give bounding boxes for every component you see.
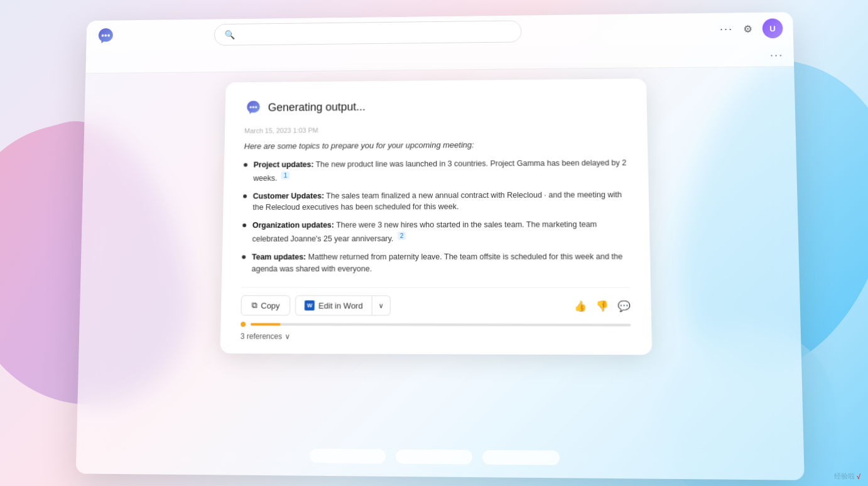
search-icon: 🔍 xyxy=(224,30,235,40)
copy-label: Copy xyxy=(261,301,279,310)
copy-icon: ⧉ xyxy=(251,301,257,311)
secondary-more-options[interactable]: ··· xyxy=(770,49,784,62)
bullet-dot xyxy=(242,224,246,227)
list-item: Customer Updates: The sales team finaliz… xyxy=(243,189,629,213)
references-link[interactable]: 3 references ∨ xyxy=(241,332,631,342)
references-label: 3 references xyxy=(241,332,283,341)
bullet-text-3: Organization updates: There were 3 new h… xyxy=(252,219,629,245)
settings-icon[interactable]: ⚙ xyxy=(743,23,752,35)
search-bar[interactable]: 🔍 xyxy=(214,20,521,45)
edit-word-label: Edit in Word xyxy=(318,301,363,310)
edit-word-button[interactable]: W Edit in Word xyxy=(295,296,372,316)
bottom-pill-2[interactable] xyxy=(396,450,472,465)
word-icon: W xyxy=(305,301,315,311)
bottom-pill-3[interactable] xyxy=(482,450,560,465)
bullet-text-2: Customer Updates: The sales team finaliz… xyxy=(252,189,629,213)
bullet-text-4: Team updates: Matthew returned from pate… xyxy=(251,251,629,274)
intro-text: Here are some topics to prepare you for … xyxy=(244,139,627,151)
progress-dot xyxy=(241,322,246,327)
edit-word-group: W Edit in Word ∨ xyxy=(295,296,391,316)
action-bar-right: 👍 👎 💬 xyxy=(574,300,631,312)
citation-2[interactable]: 2 xyxy=(398,232,406,240)
watermark-suffix: √ xyxy=(857,473,860,480)
list-item: Project updates: The new product line wa… xyxy=(243,157,628,184)
copy-button[interactable]: ⧉ Copy xyxy=(241,296,290,316)
watermark: 经验啦 √ xyxy=(834,472,860,481)
copilot-logo-icon xyxy=(96,26,116,46)
citation-1[interactable]: 1 xyxy=(281,171,290,180)
thumbs-up-icon[interactable]: 👍 xyxy=(574,300,587,312)
bullet-dot xyxy=(242,255,246,259)
bullet-list: Project updates: The new product line wa… xyxy=(242,157,630,274)
bullet-label-2: Customer Updates: xyxy=(253,192,324,200)
bullet-dot xyxy=(243,194,247,198)
references-chevron: ∨ xyxy=(285,332,290,341)
references-row: 3 references ∨ xyxy=(241,332,631,342)
bullet-dot xyxy=(244,163,247,167)
generating-label: Generating output... xyxy=(268,100,366,114)
bullet-label-4: Team updates: xyxy=(252,252,306,261)
progress-bar-track xyxy=(251,323,631,327)
bullet-label-1: Project updates: xyxy=(254,160,314,169)
list-item: Organization updates: There were 3 new h… xyxy=(242,219,629,245)
copilot-small-icon xyxy=(245,99,263,116)
avatar[interactable]: U xyxy=(762,18,783,38)
chat-card: Generating output... March 15, 2023 1:03… xyxy=(220,78,653,355)
bullet-text-1: Project updates: The new product line wa… xyxy=(253,157,628,184)
main-area: Generating output... March 15, 2023 1:03… xyxy=(76,67,805,480)
top-bar-right: ··· ⚙ U xyxy=(720,18,783,39)
progress-bar-fill xyxy=(251,323,281,326)
generating-header: Generating output... xyxy=(245,96,627,116)
progress-area xyxy=(241,322,631,328)
action-bar: ⧉ Copy W Edit in Word ∨ 👍 👎 💬 xyxy=(241,288,631,316)
bottom-pill-1[interactable] xyxy=(310,449,386,464)
list-item: Team updates: Matthew returned from pate… xyxy=(242,251,630,274)
more-options-button[interactable]: ··· xyxy=(720,23,734,36)
bullet-label-3: Organization updates: xyxy=(252,221,334,230)
bottom-area xyxy=(310,449,560,465)
feedback-icon[interactable]: 💬 xyxy=(617,300,631,312)
edit-word-dropdown[interactable]: ∨ xyxy=(372,296,390,316)
timestamp: March 15, 2023 1:03 PM xyxy=(244,124,627,134)
chevron-down-icon: ∨ xyxy=(379,301,384,309)
thumbs-down-icon[interactable]: 👎 xyxy=(595,300,609,312)
app-window: 🔍 ··· ⚙ U ··· xyxy=(76,12,805,480)
watermark-text: 经验啦 xyxy=(834,472,855,481)
